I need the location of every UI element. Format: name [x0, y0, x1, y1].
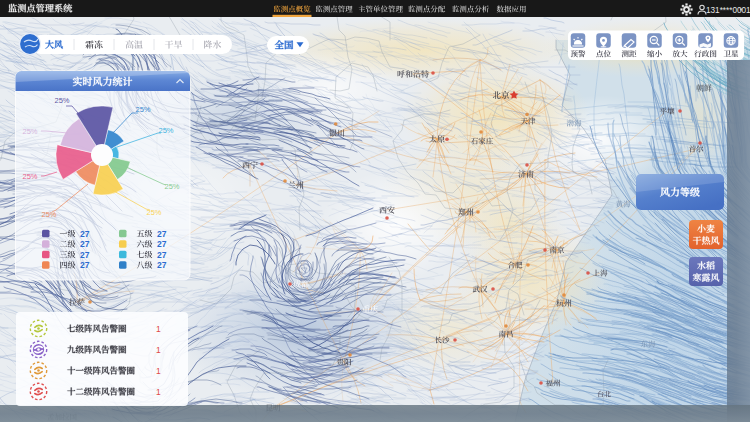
svg-text:25%: 25% — [54, 96, 69, 105]
svg-text:27: 27 — [80, 260, 90, 270]
svg-text:27: 27 — [157, 229, 167, 239]
svg-text:25%: 25% — [158, 126, 173, 135]
svg-text:1: 1 — [156, 345, 161, 355]
svg-text:25%: 25% — [41, 210, 56, 219]
svg-text:25%: 25% — [146, 208, 161, 217]
svg-text:25%: 25% — [22, 127, 37, 136]
svg-text:27: 27 — [157, 260, 167, 270]
svg-text:1: 1 — [156, 324, 161, 334]
svg-text:25%: 25% — [135, 105, 150, 114]
svg-text:27: 27 — [80, 239, 90, 249]
svg-text:27: 27 — [157, 250, 167, 260]
svg-text:131****0001: 131****0001 — [706, 6, 750, 15]
svg-text:25%: 25% — [22, 172, 37, 181]
svg-text:27: 27 — [80, 229, 90, 239]
svg-text:27: 27 — [157, 239, 167, 249]
svg-text:1: 1 — [156, 387, 161, 397]
svg-text:1: 1 — [156, 366, 161, 376]
svg-text:27: 27 — [80, 250, 90, 260]
svg-text:25%: 25% — [164, 182, 179, 191]
